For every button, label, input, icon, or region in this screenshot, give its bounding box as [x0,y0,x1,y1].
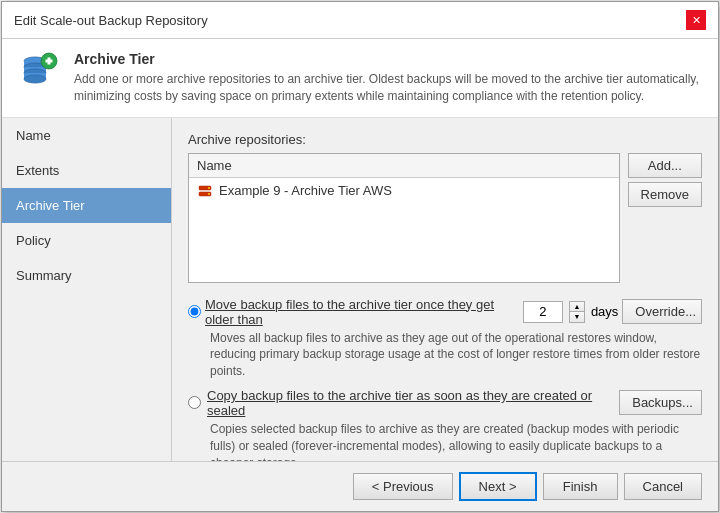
spinner-group: ▲ ▼ days [523,301,618,323]
footer: < Previous Next > Finish Cancel [2,461,718,511]
table-header: Name [189,154,619,178]
archive-tier-icon [18,51,60,93]
header-section: Archive Tier Add one or more archive rep… [2,39,718,118]
sidebar-item-archive-tier[interactable]: Archive Tier [2,188,171,223]
svg-rect-9 [46,60,53,63]
body-section: Name Extents Archive Tier Policy Summary… [2,118,718,461]
sidebar-item-summary[interactable]: Summary [2,258,171,293]
dialog: Edit Scale-out Backup Repository ✕ A [1,1,719,512]
spinner-up-button[interactable]: ▲ [570,302,584,313]
days-input[interactable] [523,301,563,323]
remove-button[interactable]: Remove [628,182,702,207]
table-and-buttons: Name Example 9 - Archive Tier AWS [188,153,702,283]
main-content: Archive repositories: Name [172,118,718,461]
svg-point-12 [208,187,210,189]
svg-point-13 [208,193,210,195]
sidebar-item-extents[interactable]: Extents [2,153,171,188]
option2-label[interactable]: Copy backup files to the archive tier as… [207,388,605,418]
add-button[interactable]: Add... [628,153,702,178]
header-icon [18,51,60,93]
override-button[interactable]: Override... [622,299,702,324]
header-text: Archive Tier Add one or more archive rep… [74,51,702,105]
title-bar: Edit Scale-out Backup Repository ✕ [2,2,718,39]
repo-section-label: Archive repositories: [188,132,702,147]
repo-row-name: Example 9 - Archive Tier AWS [219,183,392,198]
table-wrapper: Name Example 9 - Archive Tier AWS [188,153,620,283]
sidebar: Name Extents Archive Tier Policy Summary [2,118,172,461]
sidebar-item-name[interactable]: Name [2,118,171,153]
option2: Copy backup files to the archive tier as… [188,388,702,461]
days-label: days [591,304,618,319]
option1-description: Moves all backup files to archive as the… [210,330,702,380]
close-button[interactable]: ✕ [686,10,706,30]
option2-row: Copy backup files to the archive tier as… [188,388,702,418]
repo-row-icon [197,183,213,199]
side-buttons: Add... Remove [628,153,702,283]
dialog-title: Edit Scale-out Backup Repository [14,13,208,28]
option2-description: Copies selected backup files to archive … [210,421,702,461]
header-title: Archive Tier [74,51,702,67]
next-button[interactable]: Next > [459,472,537,501]
option1-label[interactable]: Move backup files to the archive tier on… [205,297,515,327]
option2-radio[interactable] [188,396,201,409]
option1-row: Move backup files to the archive tier on… [188,297,702,327]
svg-point-6 [24,75,46,83]
backups-button[interactable]: Backups... [619,390,702,415]
repo-table[interactable]: Name Example 9 - Archive Tier AWS [188,153,620,283]
options-section: Move backup files to the archive tier on… [188,297,702,461]
cancel-button[interactable]: Cancel [624,473,702,500]
finish-button[interactable]: Finish [543,473,618,500]
spinner-down-button[interactable]: ▼ [570,312,584,322]
table-row[interactable]: Example 9 - Archive Tier AWS [189,178,619,204]
sidebar-item-policy[interactable]: Policy [2,223,171,258]
option1-radio[interactable] [188,305,201,318]
header-description: Add one or more archive repositories to … [74,71,702,105]
previous-button[interactable]: < Previous [353,473,453,500]
spinner-arrows: ▲ ▼ [569,301,585,323]
option1: Move backup files to the archive tier on… [188,297,702,380]
